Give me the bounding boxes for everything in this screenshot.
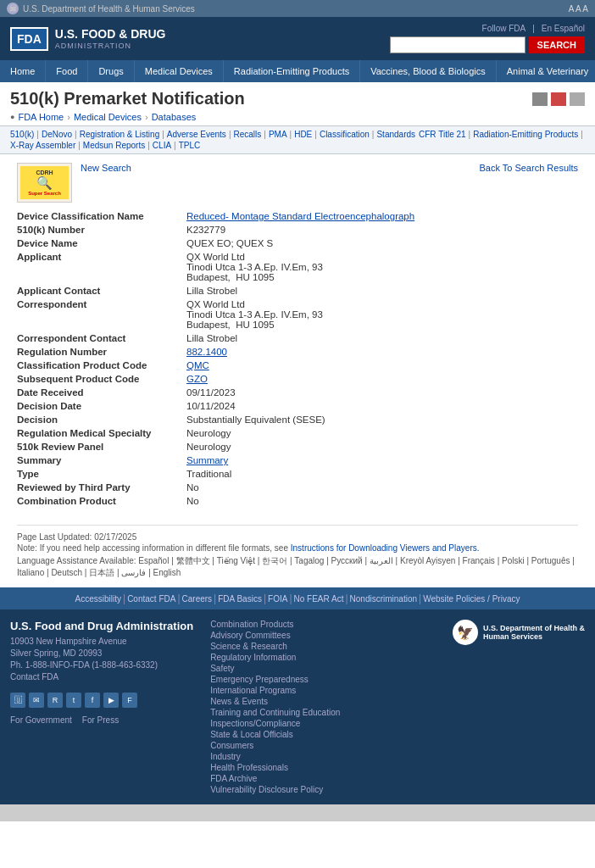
review-panel-value: Neurology — [186, 440, 578, 453]
footer-health-professionals[interactable]: Health Professionals — [210, 763, 340, 772]
footer-foia[interactable]: FOIA — [268, 594, 287, 604]
subnav-adverse[interactable]: Adverse Events — [167, 130, 226, 139]
subnav-xray[interactable]: X-Ray Assembler — [10, 141, 75, 150]
footer-safety[interactable]: Safety — [210, 664, 340, 673]
sub-nav: 510(k)| DeNovo| Registration & Listing| … — [0, 125, 595, 154]
footer-nondiscrimination[interactable]: Nondiscrimination — [350, 594, 417, 604]
subnav-recalls[interactable]: Recalls — [233, 130, 261, 139]
subsequent-product-code-link[interactable]: GZO — [186, 374, 208, 384]
footer-combination-products[interactable]: Combination Products — [210, 620, 340, 629]
print-icon[interactable] — [532, 92, 548, 106]
footer-regulatory-info[interactable]: Regulatory Information — [210, 653, 340, 662]
footer-fda-archive[interactable]: FDA Archive — [210, 774, 340, 783]
fda-badge-text: FDA — [10, 27, 48, 51]
footer-no-fear[interactable]: No FEAR Act — [294, 594, 344, 604]
page-title: 510(k) Premarket Notification — [10, 89, 585, 108]
last-updated-text: Page Last Updated: 02/17/2025 — [17, 532, 578, 542]
subnav-registration[interactable]: Registration & Listing — [80, 130, 160, 139]
subnav-clia[interactable]: CLIA — [153, 141, 171, 150]
classification-product-code-link[interactable]: QMC — [186, 360, 209, 370]
table-row: Date Received 09/11/2023 — [17, 386, 578, 399]
subnav-hde[interactable]: HDE — [294, 130, 312, 139]
summary-link[interactable]: Summary — [186, 455, 228, 465]
for-government-link[interactable]: For Government — [10, 715, 72, 725]
footer-training[interactable]: Training and Continuing Education — [210, 708, 340, 717]
subnav-pma[interactable]: PMA — [269, 130, 287, 139]
k-number-label: 510(k) Number — [17, 223, 186, 236]
subnav-tplc[interactable]: TPLC — [179, 141, 201, 150]
en-espanol-link[interactable]: En Español — [542, 24, 585, 33]
subnav-510k[interactable]: 510(k) — [10, 130, 34, 139]
decision-date-value: 10/11/2024 — [186, 399, 578, 413]
table-row: Combination Product No — [17, 494, 578, 508]
font-size-controls[interactable]: A A A — [569, 4, 588, 14]
for-press-link[interactable]: For Press — [82, 715, 119, 725]
email-icon[interactable] — [570, 92, 585, 106]
applicant-value: QX World Ltd Tinodi Utca 1-3 A.Ep. IV.Em… — [186, 250, 578, 284]
subnav-standards[interactable]: Standards — [376, 130, 415, 139]
classification-name-link[interactable]: Reduced- Montage Standard Electroencepha… — [186, 211, 414, 221]
breadcrumb-fda-home[interactable]: FDA Home — [18, 112, 64, 122]
nav-home[interactable]: Home — [0, 60, 46, 82]
footer-news-events[interactable]: News & Events — [210, 697, 340, 706]
flickr-icon: F — [122, 693, 137, 708]
footer-international-programs[interactable]: International Programs — [210, 686, 340, 695]
breadcrumb-databases[interactable]: Databases — [152, 112, 197, 122]
search-input[interactable] — [390, 36, 525, 53]
breadcrumb-medical-devices[interactable]: Medical Devices — [74, 112, 142, 122]
table-row: Decision Substantially Equivalent (SESE) — [17, 413, 578, 426]
nav-radiation[interactable]: Radiation-Emitting Products — [224, 60, 360, 82]
hhs-gov-text: U.S. Department of Health & Human Servic… — [23, 4, 195, 14]
footer-science-research[interactable]: Science & Research — [210, 642, 340, 651]
page-note: Page Last Updated: 02/17/2025 Note: If y… — [17, 525, 578, 579]
subnav-cfr21[interactable]: CFR Title 21 — [419, 130, 466, 139]
footer-fda-basics[interactable]: FDA Basics — [218, 594, 262, 604]
footer-website-policies[interactable]: Website Policies / Privacy — [423, 594, 520, 604]
nav-food[interactable]: Food — [46, 60, 88, 82]
classification-name-label: Device Classification Name — [17, 209, 186, 223]
nav-vaccines[interactable]: Vaccines, Blood & Biologics — [360, 60, 497, 82]
table-row: Decision Date 10/11/2024 — [17, 399, 578, 413]
date-received-value: 09/11/2023 — [186, 386, 578, 399]
subnav-denovo[interactable]: DeNovo — [42, 130, 72, 139]
combination-product-value: No — [186, 494, 578, 508]
new-search-link[interactable]: New Search — [81, 163, 131, 173]
footer-inspections[interactable]: Inspections/Compliance — [210, 719, 340, 728]
footer-consumers[interactable]: Consumers — [210, 741, 340, 750]
footer-contact-fda[interactable]: Contact FDA — [127, 594, 175, 604]
top-bar: 🏛 U.S. Department of Health & Human Serv… — [0, 0, 595, 17]
hhs-eagle-icon: 🦅 — [453, 620, 478, 645]
instructions-link[interactable]: Instructions for Downloading Viewers and… — [291, 543, 480, 553]
footer-vulnerability-disclosure[interactable]: Vulnerability Disclosure Policy — [210, 785, 340, 794]
regulation-specialty-label: Regulation Medical Specialty — [17, 426, 186, 440]
table-row: Correspondent QX World Ltd Tinodi Utca 1… — [17, 298, 578, 331]
classification-product-code-value: QMC — [186, 359, 578, 372]
footer-state-officials[interactable]: State & Local Officials — [210, 730, 340, 739]
decision-label: Decision — [17, 413, 186, 426]
table-row: 510(k) Number K232779 — [17, 223, 578, 236]
nav-medical-devices[interactable]: Medical Devices — [135, 60, 224, 82]
facebook-icon: f — [85, 693, 100, 708]
footer-industry[interactable]: Industry — [210, 752, 340, 761]
footer-contact-fda-link[interactable]: Contact FDA — [10, 672, 193, 682]
nav-drugs[interactable]: Drugs — [88, 60, 134, 82]
back-to-results-link[interactable]: Back To Search Results — [479, 163, 578, 173]
search-button[interactable]: SEARCH — [529, 36, 585, 53]
footer-advisory-committees[interactable]: Advisory Committees — [210, 631, 340, 640]
table-row: Reviewed by Third Party No — [17, 481, 578, 494]
pdf-icon[interactable] — [551, 92, 566, 106]
subnav-medsun[interactable]: Medsun Reports — [83, 141, 145, 150]
follow-fda-link[interactable]: Follow FDA — [482, 24, 526, 33]
footer-careers[interactable]: Careers — [182, 594, 213, 604]
nav-animal[interactable]: Animal & Veterinary — [497, 60, 595, 82]
subnav-radiation-products[interactable]: Radiation-Emitting Products — [473, 130, 578, 139]
hhs-seal-icon: 🏛 — [7, 3, 19, 14]
footer-emergency-preparedness[interactable]: Emergency Preparedness — [210, 675, 340, 684]
regulation-number-link[interactable]: 882.1400 — [186, 347, 227, 357]
subnav-classification[interactable]: Classification — [320, 130, 370, 139]
reviewed-third-party-label: Reviewed by Third Party — [17, 481, 186, 494]
footer-org-col: U.S. Food and Drug Administration 10903 … — [10, 620, 193, 794]
k-number-value: K232779 — [186, 223, 578, 236]
device-name-value: QUEX EO; QUEX S — [186, 236, 578, 250]
footer-accessibility[interactable]: Accessibility — [75, 594, 121, 604]
